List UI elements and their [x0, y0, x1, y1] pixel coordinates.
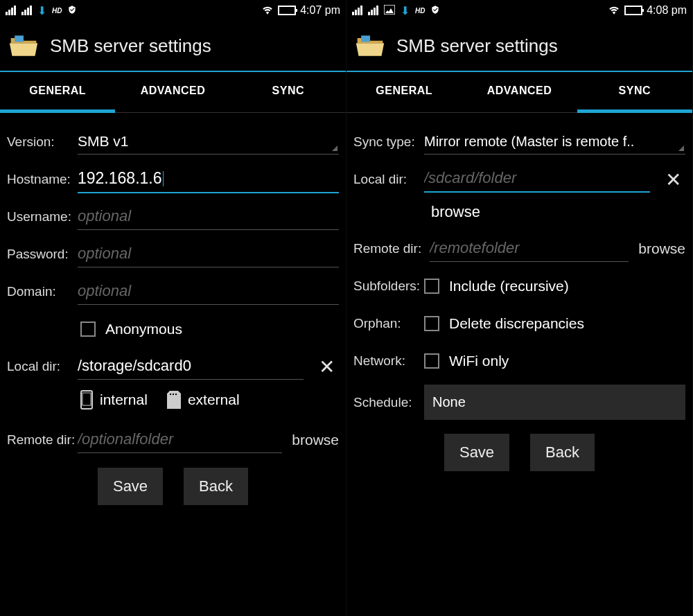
page-title: SMB server settings: [396, 35, 558, 57]
schedule-label: Schedule:: [353, 395, 424, 410]
statusbar: ⬇ HD 4:08 pm: [346, 0, 692, 21]
check-icon: [430, 5, 440, 17]
signal1-icon: [6, 6, 16, 15]
anonymous-label: Anonymous: [105, 321, 182, 337]
clock: 4:08 pm: [647, 4, 687, 17]
localdir-input[interactable]: [424, 166, 650, 193]
remotedir-label: Remote dir:: [353, 241, 430, 256]
orphan-label: Orphan:: [353, 316, 424, 331]
hostname-input[interactable]: 192.168.1.6: [78, 166, 339, 193]
orphan-check-label: Delete discrepancies: [449, 315, 584, 332]
synctype-dropdown[interactable]: Mirror remote (Master is remote f..: [424, 130, 685, 155]
network-label: Network:: [353, 353, 424, 369]
battery-icon: [624, 6, 642, 15]
synctype-label: Sync type:: [353, 134, 424, 150]
remotedir-input[interactable]: [78, 428, 282, 453]
signal2-icon: [368, 6, 378, 15]
version-label: Version:: [7, 134, 78, 150]
synctype-value: Mirror remote (Master is remote f..: [424, 134, 634, 149]
sdcard-icon: [167, 391, 181, 409]
chevron-down-icon: [678, 146, 684, 151]
username-input[interactable]: [78, 204, 339, 230]
signal1-icon: [352, 6, 362, 15]
tab-bar: GENERAL ADVANCED SYNC: [0, 72, 346, 113]
localdir-label: Local dir:: [7, 359, 78, 374]
back-button[interactable]: Back: [530, 434, 595, 471]
hostname-label: Hostname:: [7, 172, 78, 187]
version-dropdown[interactable]: SMB v1: [78, 130, 339, 155]
screen-left: ⬇ HD 4:07 pm SMB server settings GENERAL…: [0, 0, 346, 616]
image-icon: [384, 5, 395, 17]
save-button[interactable]: Save: [98, 468, 163, 505]
subfolders-checkbox[interactable]: [424, 279, 439, 294]
password-input[interactable]: [78, 242, 339, 267]
localdir-input[interactable]: [78, 354, 304, 380]
page-title: SMB server settings: [50, 35, 211, 57]
back-button[interactable]: Back: [184, 468, 248, 505]
save-button[interactable]: Save: [444, 434, 509, 471]
remotedir-input[interactable]: [430, 236, 629, 262]
content: Version: SMB v1 Hostname: 192.168.1.6 Us…: [0, 113, 346, 505]
chevron-down-icon: [332, 146, 337, 151]
hd-icon: HD: [415, 7, 425, 15]
svg-rect-2: [82, 393, 91, 405]
network-checkbox[interactable]: [424, 353, 439, 369]
titlebar: SMB server settings: [0, 21, 346, 72]
username-label: Username:: [7, 209, 78, 225]
storage-internal-button[interactable]: internal: [80, 390, 148, 410]
app-folder-icon: [355, 30, 385, 61]
clock: 4:07 pm: [300, 4, 340, 17]
tab-advanced[interactable]: ADVANCED: [462, 72, 577, 113]
tab-sync[interactable]: SYNC: [231, 72, 346, 113]
browse-remotedir-button[interactable]: browse: [292, 432, 339, 448]
screen-right: ⬇ HD 4:08 pm SMB server settings GENERAL…: [346, 0, 693, 616]
password-label: Password:: [7, 247, 78, 262]
content: Sync type: Mirror remote (Master is remo…: [346, 113, 692, 471]
subfolders-label: Subfolders:: [353, 279, 424, 294]
hd-icon: HD: [52, 7, 62, 15]
wifi-icon: [608, 5, 620, 17]
tab-sync[interactable]: SYNC: [577, 72, 692, 113]
titlebar: SMB server settings: [346, 21, 692, 72]
statusbar: ⬇ HD 4:07 pm: [0, 0, 346, 21]
app-folder-icon: [8, 30, 39, 61]
download-icon: ⬇: [37, 4, 46, 17]
localdir-label: Local dir:: [353, 172, 424, 187]
signal2-icon: [21, 6, 32, 15]
wifi-icon: [261, 5, 274, 17]
subfolders-check-label: Include (recursive): [449, 278, 569, 294]
download-icon: ⬇: [401, 4, 410, 17]
browse-localdir-button[interactable]: browse: [353, 203, 685, 221]
tab-advanced[interactable]: ADVANCED: [115, 72, 230, 113]
svg-rect-0: [15, 35, 24, 42]
schedule-dropdown[interactable]: None: [424, 385, 685, 420]
tab-bar: GENERAL ADVANCED SYNC: [346, 72, 692, 113]
svg-rect-4: [361, 35, 370, 42]
domain-input[interactable]: [78, 279, 339, 305]
browse-remotedir-button[interactable]: browse: [638, 240, 685, 257]
phone-icon: [80, 390, 93, 410]
clear-localdir-icon[interactable]: ✕: [661, 168, 685, 191]
tab-general[interactable]: GENERAL: [346, 72, 462, 113]
tab-general[interactable]: GENERAL: [0, 72, 115, 113]
battery-icon: [278, 6, 296, 15]
remotedir-label: Remote dir:: [7, 432, 78, 448]
network-check-label: WiFi only: [449, 353, 509, 369]
orphan-checkbox[interactable]: [424, 316, 439, 331]
anonymous-checkbox[interactable]: [80, 322, 96, 337]
storage-external-button[interactable]: external: [167, 391, 240, 409]
domain-label: Domain:: [7, 284, 78, 299]
check-icon: [67, 5, 77, 17]
schedule-value: None: [432, 394, 466, 410]
version-value: SMB v1: [78, 133, 129, 149]
clear-localdir-icon[interactable]: ✕: [315, 355, 339, 378]
